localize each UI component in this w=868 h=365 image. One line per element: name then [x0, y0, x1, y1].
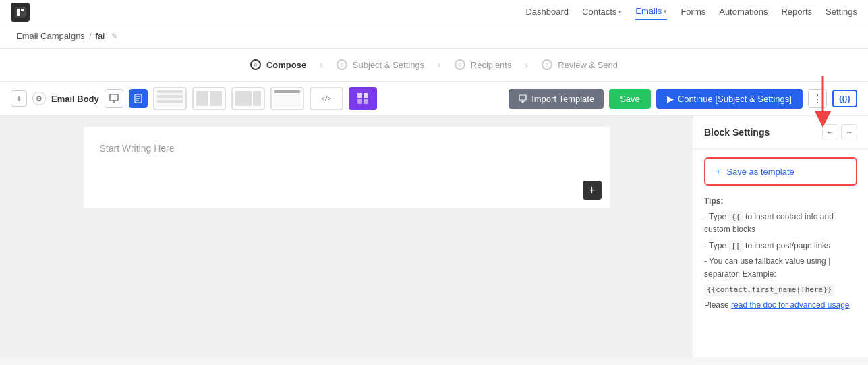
svg-rect-12: [357, 99, 362, 104]
code-view-button[interactable]: {{}}: [832, 90, 857, 107]
breadcrumb-separator: /: [89, 31, 92, 41]
svg-rect-11: [364, 93, 368, 98]
tips-section: Tips: - Type {{ to insert contact info a…: [704, 195, 857, 312]
layout-special-block[interactable]: [349, 87, 377, 110]
toolbar-right: Import Template Save ▶ Continue [Subject…: [509, 89, 857, 109]
svg-rect-10: [357, 93, 362, 98]
layout-sidebar-right[interactable]: [231, 87, 265, 110]
layout-text[interactable]: [270, 87, 304, 110]
tips-line-1: - Type {{ to insert contact info and cus…: [704, 210, 857, 236]
add-section-button[interactable]: +: [11, 90, 27, 107]
step-review-circle: ○: [542, 59, 552, 70]
email-body-label: Email Body: [51, 94, 99, 104]
toolbar: + ⚙ Email Body: [0, 82, 868, 116]
panel-body: + Save as template Tips: - Type {{ to in…: [693, 149, 868, 323]
block-settings-panel: Block Settings ← → + Save as template Ti…: [693, 116, 868, 357]
tips-doc-link: Please read the doc for advanced usage: [704, 299, 857, 312]
panel-forward-button[interactable]: →: [841, 124, 857, 140]
nav-dashboard[interactable]: Dashboard: [525, 4, 569, 20]
editor-area: Start Writing Here +: [0, 116, 693, 357]
email-canvas[interactable]: Start Writing Here +: [84, 127, 610, 208]
layout-two-col[interactable]: [192, 87, 226, 110]
panel-nav-buttons: ← →: [822, 124, 857, 140]
step-recipients[interactable]: ○ Recipients: [455, 59, 512, 70]
panel-back-button[interactable]: ←: [822, 124, 838, 140]
tips-line-2: - Type [[ to insert post/page links: [704, 240, 857, 252]
svg-rect-3: [110, 94, 118, 101]
svg-rect-13: [364, 99, 368, 104]
tips-code-example: {{contact.first_name|There}}: [704, 283, 857, 296]
nav-contacts[interactable]: Contacts ▾: [582, 4, 622, 20]
svg-rect-14: [519, 95, 526, 100]
save-as-template-button[interactable]: + Save as template: [704, 157, 857, 186]
top-nav: Dashboard Contacts ▾ Emails ▾ Forms Auto…: [0, 0, 868, 24]
more-options-button[interactable]: ⋮: [808, 89, 827, 108]
nav-reports[interactable]: Reports: [781, 4, 812, 20]
layout-full-width[interactable]: [153, 87, 187, 110]
step-arrow-3: ›: [525, 59, 528, 70]
tips-title: Tips:: [704, 195, 857, 208]
edit-title-icon[interactable]: ✎: [111, 32, 118, 41]
save-template-plus-icon: +: [715, 165, 721, 177]
step-recipients-circle: ○: [455, 59, 465, 70]
step-compose[interactable]: ○ Compose: [250, 59, 306, 70]
save-button[interactable]: Save: [609, 89, 651, 109]
step-compose-circle: ○: [250, 59, 261, 70]
view-toggle-document[interactable]: [129, 89, 148, 108]
nav-automations[interactable]: Automations: [719, 4, 768, 20]
step-subject-circle: ○: [337, 59, 347, 70]
step-arrow-2: ›: [438, 59, 441, 70]
step-arrow-1: ›: [320, 59, 323, 70]
breadcrumb-current: fai: [96, 31, 105, 41]
contacts-arrow-icon: ▾: [618, 9, 622, 16]
app-logo[interactable]: [11, 3, 30, 22]
nav-items: Dashboard Contacts ▾ Emails ▾ Forms Auto…: [525, 3, 857, 20]
import-template-button[interactable]: Import Template: [509, 89, 604, 109]
nav-settings[interactable]: Settings: [826, 4, 857, 20]
step-review[interactable]: ○ Review & Send: [542, 59, 618, 70]
breadcrumb-parent[interactable]: Email Campaigns: [16, 31, 85, 41]
add-block-button[interactable]: +: [583, 181, 602, 200]
layout-code[interactable]: </>: [310, 87, 343, 110]
panel-title: Block Settings: [704, 127, 770, 138]
step-subject[interactable]: ○ Subject & Settings: [337, 59, 424, 70]
panel-header: Block Settings ← →: [693, 116, 868, 149]
gear-icon[interactable]: ⚙: [32, 92, 46, 105]
continue-arrow-icon: ▶: [667, 94, 674, 104]
steps-bar: ○ Compose › ○ Subject & Settings › ○ Rec…: [0, 49, 868, 82]
svg-rect-2: [15, 7, 26, 18]
continue-button[interactable]: ▶ Continue [Subject & Settings]: [656, 89, 803, 109]
save-template-label: Save as template: [726, 167, 794, 177]
tips-line-3: - You can use fallback value using | sep…: [704, 255, 857, 281]
emails-arrow-icon: ▾: [664, 8, 667, 15]
nav-forms[interactable]: Forms: [681, 4, 705, 20]
breadcrumb: Email Campaigns / fai ✎: [0, 24, 868, 49]
read-doc-link[interactable]: read the doc for advanced usage: [731, 300, 849, 310]
nav-emails[interactable]: Emails ▾: [635, 3, 667, 20]
tips-label: Tips:: [704, 196, 723, 206]
main-layout: Start Writing Here + Block Settings ← → …: [0, 116, 868, 357]
view-toggle-desktop[interactable]: [105, 89, 123, 108]
start-writing-placeholder: Start Writing Here: [100, 143, 175, 154]
